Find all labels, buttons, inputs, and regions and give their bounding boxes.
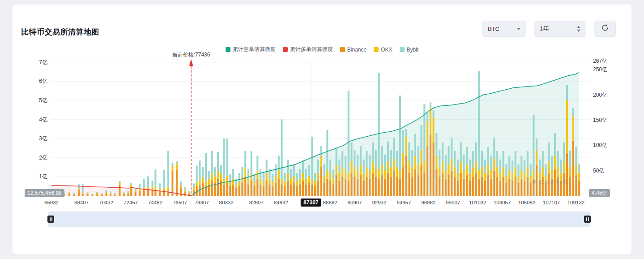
svg-text:103057: 103057 [494, 200, 511, 205]
chart-controls: BTC 1年 [482, 21, 616, 37]
svg-text:74482: 74482 [148, 200, 162, 205]
svg-text:80332: 80332 [219, 200, 234, 205]
svg-text:250亿: 250亿 [593, 66, 607, 73]
grip-icon [50, 217, 51, 221]
refresh-button[interactable] [594, 21, 616, 37]
watermark: ◆ CoinAnk [532, 177, 568, 186]
svg-text:92932: 92932 [372, 200, 386, 205]
liquidation-chart[interactable]: 当前价格:774361亿2亿3亿4亿5亿6亿7亿50亿100亿150亿200亿2… [13, 49, 631, 211]
datazoom-handle-right[interactable] [584, 216, 591, 223]
time-range-select[interactable]: 1年 [534, 21, 586, 37]
legend-swatch-2 [340, 47, 345, 52]
chevron-down-icon [517, 28, 520, 30]
svg-text:1亿: 1亿 [39, 173, 47, 180]
grip-icon [586, 217, 587, 221]
legend-swatch-0 [226, 47, 230, 52]
datazoom-handle-left[interactable] [47, 216, 54, 223]
legend-item-binance[interactable]: Binance [340, 46, 367, 53]
svg-text:267亿: 267亿 [593, 58, 607, 64]
svg-text:200亿: 200亿 [593, 92, 607, 98]
watermark-logo-icon: ◆ [532, 177, 537, 186]
svg-text:88882: 88882 [323, 200, 337, 205]
svg-text:100亿: 100亿 [593, 142, 607, 148]
svg-text:94957: 94957 [397, 200, 411, 205]
svg-text:101032: 101032 [469, 200, 486, 205]
chevron-up-icon [577, 26, 580, 28]
svg-text:105082: 105082 [518, 200, 535, 205]
coin-select[interactable]: BTC [482, 21, 526, 37]
chevron-down-icon [577, 30, 580, 32]
svg-text:109132: 109132 [567, 200, 584, 205]
page-title: 比特币交易所清算地图 [21, 27, 99, 37]
legend-swatch-1 [283, 47, 288, 52]
time-range-value: 1年 [540, 25, 549, 33]
grip-icon [588, 217, 589, 221]
svg-text:84832: 84832 [274, 200, 288, 205]
svg-text:87307: 87307 [303, 199, 319, 206]
right-axis-edge-badge: 4.45亿 [589, 189, 610, 197]
svg-text:78307: 78307 [195, 200, 209, 205]
svg-text:2亿: 2亿 [39, 155, 47, 161]
legend-item-bybit[interactable]: Bybit [400, 46, 419, 53]
stepper-icon [577, 26, 580, 32]
svg-text:150亿: 150亿 [593, 117, 607, 123]
svg-text:7亿: 7亿 [39, 59, 47, 65]
legend-swatch-4 [400, 47, 405, 52]
coin-select-value: BTC [488, 26, 499, 32]
svg-text:76507: 76507 [173, 200, 187, 205]
svg-text:90907: 90907 [348, 200, 362, 205]
svg-text:4亿: 4亿 [39, 117, 47, 123]
refresh-icon [601, 24, 609, 34]
svg-text:5亿: 5亿 [39, 97, 47, 104]
legend-item-cumulative-long[interactable]: 累计多单清算强度 [283, 46, 333, 53]
svg-text:65932: 65932 [44, 200, 59, 205]
svg-text:107107: 107107 [543, 200, 560, 205]
svg-text:82807: 82807 [249, 200, 264, 205]
svg-text:99007: 99007 [446, 200, 460, 205]
svg-text:72457: 72457 [124, 200, 138, 205]
svg-text:70432: 70432 [99, 200, 113, 205]
left-axis-edge-badge: 12,575,456.98 [25, 189, 64, 197]
chart-legend: 累计空单清算强度 累计多单清算强度 Binance OKX Bybit [13, 46, 631, 53]
liquidation-map-card: 比特币交易所清算地图 BTC 1年 累计空单清算强度 [13, 4, 631, 255]
svg-text:96982: 96982 [421, 200, 435, 205]
svg-text:68407: 68407 [74, 200, 89, 205]
svg-text:6亿: 6亿 [39, 78, 47, 84]
grip-icon [51, 217, 52, 221]
legend-item-okx[interactable]: OKX [374, 46, 392, 53]
legend-swatch-3 [374, 47, 379, 52]
svg-text:3亿: 3亿 [39, 135, 47, 142]
legend-item-cumulative-short[interactable]: 累计空单清算强度 [226, 46, 276, 53]
svg-text:50亿: 50亿 [593, 168, 604, 174]
datazoom-track[interactable] [48, 212, 590, 227]
